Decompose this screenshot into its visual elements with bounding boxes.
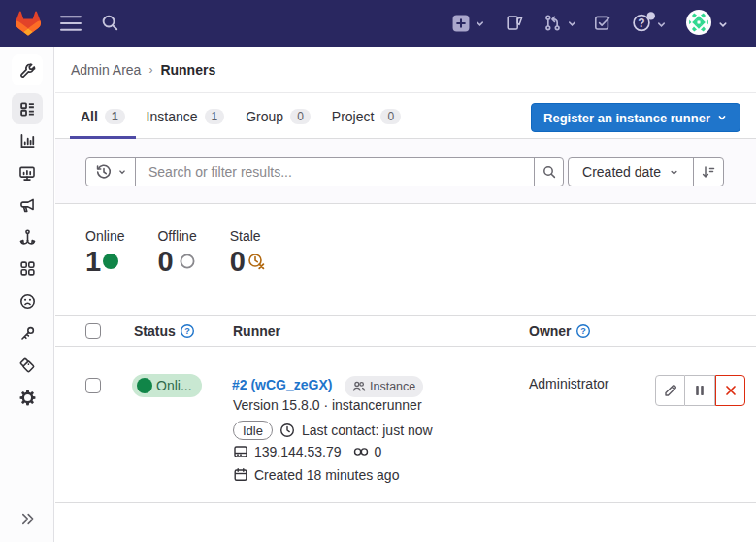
svg-text:?: ? (638, 17, 644, 30)
svg-text:?: ? (580, 326, 586, 336)
svg-text:?: ? (184, 326, 190, 336)
